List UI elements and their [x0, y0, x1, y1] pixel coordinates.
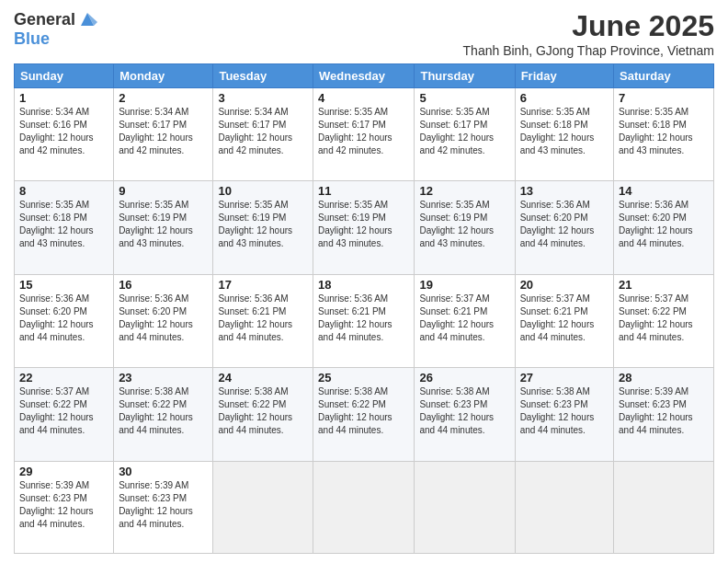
- logo-icon: [77, 9, 97, 29]
- day-number: 15: [19, 278, 108, 292]
- table-row: 19 Sunrise: 5:37 AMSunset: 6:21 PMDaylig…: [415, 274, 515, 367]
- col-sunday: Sunday: [15, 64, 114, 88]
- col-monday: Monday: [114, 64, 213, 88]
- col-tuesday: Tuesday: [213, 64, 313, 88]
- table-row: 26 Sunrise: 5:38 AMSunset: 6:23 PMDaylig…: [415, 368, 515, 461]
- header: General Blue June 2025 Thanh Binh, GJong…: [14, 9, 714, 58]
- calendar-table: Sunday Monday Tuesday Wednesday Thursday…: [14, 63, 714, 554]
- day-info: Sunrise: 5:35 AMSunset: 6:17 PMDaylight:…: [419, 106, 509, 157]
- table-row: 18 Sunrise: 5:36 AMSunset: 6:21 PMDaylig…: [313, 274, 415, 367]
- day-number: 1: [19, 91, 108, 105]
- day-info: Sunrise: 5:35 AMSunset: 6:18 PMDaylight:…: [619, 106, 709, 157]
- day-number: 24: [218, 371, 308, 385]
- day-info: Sunrise: 5:39 AMSunset: 6:23 PMDaylight:…: [119, 479, 208, 531]
- day-number: 22: [19, 371, 108, 385]
- col-friday: Friday: [515, 64, 613, 88]
- table-row: 5 Sunrise: 5:35 AMSunset: 6:17 PMDayligh…: [415, 88, 515, 181]
- table-row: 13 Sunrise: 5:36 AMSunset: 6:20 PMDaylig…: [515, 181, 613, 274]
- table-row: 6 Sunrise: 5:35 AMSunset: 6:18 PMDayligh…: [515, 88, 613, 181]
- day-info: Sunrise: 5:36 AMSunset: 6:20 PMDaylight:…: [19, 293, 108, 344]
- main-title: June 2025: [463, 9, 714, 43]
- subtitle: Thanh Binh, GJong Thap Province, Vietnam: [463, 43, 714, 58]
- day-number: 9: [119, 184, 208, 198]
- table-row: 27 Sunrise: 5:38 AMSunset: 6:23 PMDaylig…: [515, 368, 613, 461]
- day-number: 27: [520, 371, 609, 385]
- day-info: Sunrise: 5:36 AMSunset: 6:20 PMDaylight:…: [520, 199, 609, 250]
- table-row: 10 Sunrise: 5:35 AMSunset: 6:19 PMDaylig…: [213, 181, 313, 274]
- day-info: Sunrise: 5:35 AMSunset: 6:19 PMDaylight:…: [318, 199, 409, 250]
- table-row: 11 Sunrise: 5:35 AMSunset: 6:19 PMDaylig…: [313, 181, 415, 274]
- logo-blue-text: Blue: [14, 29, 50, 49]
- day-info: Sunrise: 5:37 AMSunset: 6:21 PMDaylight:…: [520, 293, 609, 344]
- day-info: Sunrise: 5:36 AMSunset: 6:20 PMDaylight:…: [119, 293, 208, 344]
- day-info: Sunrise: 5:36 AMSunset: 6:21 PMDaylight:…: [318, 293, 409, 344]
- day-number: 14: [619, 184, 709, 198]
- table-row: 14 Sunrise: 5:36 AMSunset: 6:20 PMDaylig…: [614, 181, 714, 274]
- day-info: Sunrise: 5:35 AMSunset: 6:18 PMDaylight:…: [19, 199, 108, 250]
- day-number: 25: [318, 371, 409, 385]
- logo-general-text: General: [14, 10, 75, 29]
- col-thursday: Thursday: [415, 64, 515, 88]
- table-row: 1 Sunrise: 5:34 AMSunset: 6:16 PMDayligh…: [15, 88, 114, 181]
- day-number: 28: [619, 371, 709, 385]
- day-number: 17: [218, 278, 308, 292]
- table-row: 17 Sunrise: 5:36 AMSunset: 6:21 PMDaylig…: [213, 274, 313, 367]
- day-info: Sunrise: 5:35 AMSunset: 6:18 PMDaylight:…: [520, 106, 609, 157]
- day-info: Sunrise: 5:36 AMSunset: 6:20 PMDaylight:…: [619, 199, 709, 250]
- day-number: 5: [419, 91, 509, 105]
- day-number: 26: [419, 371, 509, 385]
- day-number: 18: [318, 278, 409, 292]
- day-number: 16: [119, 278, 208, 292]
- table-row: 25 Sunrise: 5:38 AMSunset: 6:22 PMDaylig…: [313, 368, 415, 461]
- table-row: 21 Sunrise: 5:37 AMSunset: 6:22 PMDaylig…: [614, 274, 714, 367]
- day-number: 7: [619, 91, 709, 105]
- day-number: 8: [19, 184, 108, 198]
- table-row: 8 Sunrise: 5:35 AMSunset: 6:18 PMDayligh…: [15, 181, 114, 274]
- table-row: 2 Sunrise: 5:34 AMSunset: 6:17 PMDayligh…: [114, 88, 213, 181]
- day-info: Sunrise: 5:37 AMSunset: 6:21 PMDaylight:…: [419, 293, 509, 344]
- page: General Blue June 2025 Thanh Binh, GJong…: [0, 0, 728, 563]
- day-number: 30: [119, 465, 208, 478]
- day-number: 29: [19, 465, 108, 478]
- day-info: Sunrise: 5:39 AMSunset: 6:23 PMDaylight:…: [19, 479, 108, 531]
- day-info: Sunrise: 5:34 AMSunset: 6:17 PMDaylight:…: [218, 106, 308, 157]
- day-info: Sunrise: 5:35 AMSunset: 6:19 PMDaylight:…: [419, 199, 509, 250]
- day-number: 19: [419, 278, 509, 292]
- day-info: Sunrise: 5:34 AMSunset: 6:17 PMDaylight:…: [119, 106, 208, 157]
- table-row: 4 Sunrise: 5:35 AMSunset: 6:17 PMDayligh…: [313, 88, 415, 181]
- day-number: 2: [119, 91, 208, 105]
- day-number: 21: [619, 278, 709, 292]
- day-number: 12: [419, 184, 509, 198]
- table-row: 23 Sunrise: 5:38 AMSunset: 6:22 PMDaylig…: [114, 368, 213, 461]
- table-row: [313, 461, 415, 553]
- table-row: 29 Sunrise: 5:39 AMSunset: 6:23 PMDaylig…: [15, 461, 114, 553]
- day-info: Sunrise: 5:35 AMSunset: 6:17 PMDaylight:…: [318, 106, 409, 157]
- col-wednesday: Wednesday: [313, 64, 415, 88]
- table-row: [213, 461, 313, 553]
- day-number: 11: [318, 184, 409, 198]
- table-row: 30 Sunrise: 5:39 AMSunset: 6:23 PMDaylig…: [114, 461, 213, 553]
- table-row: 7 Sunrise: 5:35 AMSunset: 6:18 PMDayligh…: [614, 88, 714, 181]
- day-number: 13: [520, 184, 609, 198]
- day-info: Sunrise: 5:37 AMSunset: 6:22 PMDaylight:…: [619, 293, 709, 344]
- day-number: 6: [520, 91, 609, 105]
- title-section: June 2025 Thanh Binh, GJong Thap Provinc…: [463, 9, 714, 58]
- logo: General Blue: [14, 9, 97, 49]
- table-row: [415, 461, 515, 553]
- table-row: 12 Sunrise: 5:35 AMSunset: 6:19 PMDaylig…: [415, 181, 515, 274]
- day-info: Sunrise: 5:35 AMSunset: 6:19 PMDaylight:…: [218, 199, 308, 250]
- day-number: 3: [218, 91, 308, 105]
- day-number: 4: [318, 91, 409, 105]
- day-info: Sunrise: 5:39 AMSunset: 6:23 PMDaylight:…: [619, 385, 709, 437]
- table-row: 28 Sunrise: 5:39 AMSunset: 6:23 PMDaylig…: [614, 368, 714, 461]
- day-info: Sunrise: 5:37 AMSunset: 6:22 PMDaylight:…: [19, 385, 108, 437]
- table-row: 20 Sunrise: 5:37 AMSunset: 6:21 PMDaylig…: [515, 274, 613, 367]
- table-row: 16 Sunrise: 5:36 AMSunset: 6:20 PMDaylig…: [114, 274, 213, 367]
- day-info: Sunrise: 5:38 AMSunset: 6:22 PMDaylight:…: [318, 385, 409, 437]
- table-row: 9 Sunrise: 5:35 AMSunset: 6:19 PMDayligh…: [114, 181, 213, 274]
- day-info: Sunrise: 5:38 AMSunset: 6:22 PMDaylight:…: [218, 385, 308, 437]
- day-number: 10: [218, 184, 308, 198]
- header-row: Sunday Monday Tuesday Wednesday Thursday…: [15, 64, 714, 88]
- table-row: 3 Sunrise: 5:34 AMSunset: 6:17 PMDayligh…: [213, 88, 313, 181]
- day-info: Sunrise: 5:34 AMSunset: 6:16 PMDaylight:…: [19, 106, 108, 157]
